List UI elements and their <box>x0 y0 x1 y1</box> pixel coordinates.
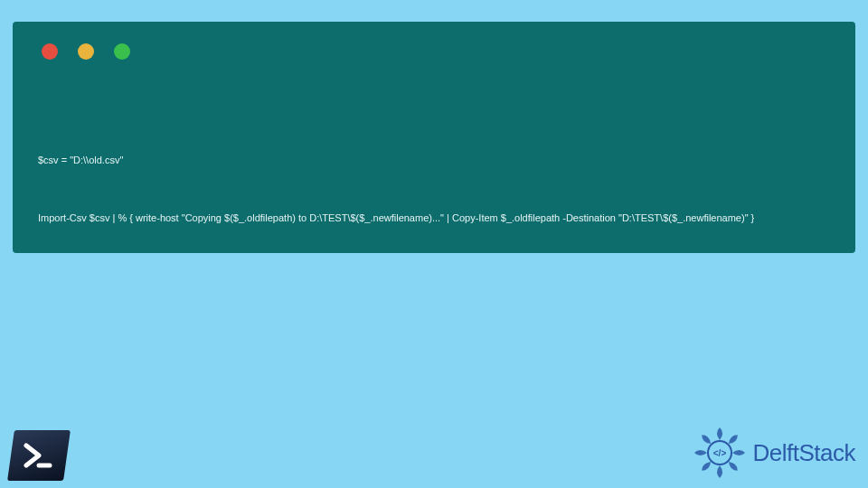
delftstack-logo: </> DelftStack <box>692 425 856 481</box>
code-block: $csv = "D:\\old.csv" Import-Csv $csv | %… <box>38 123 830 267</box>
close-icon[interactable] <box>42 43 58 60</box>
minimize-icon[interactable] <box>78 43 94 60</box>
code-line-1: $csv = "D:\\old.csv" <box>38 153 830 168</box>
window-controls <box>42 43 830 60</box>
maximize-icon[interactable] <box>114 43 130 60</box>
svg-text:</>: </> <box>712 448 726 458</box>
powershell-logo-icon <box>7 430 71 481</box>
delftstack-badge-icon: </> <box>692 425 748 481</box>
code-line-2: Import-Csv $csv | % { write-host "Copyin… <box>38 211 830 226</box>
code-window: $csv = "D:\\old.csv" Import-Csv $csv | %… <box>13 22 855 253</box>
brand-name: DelftStack <box>753 439 856 467</box>
